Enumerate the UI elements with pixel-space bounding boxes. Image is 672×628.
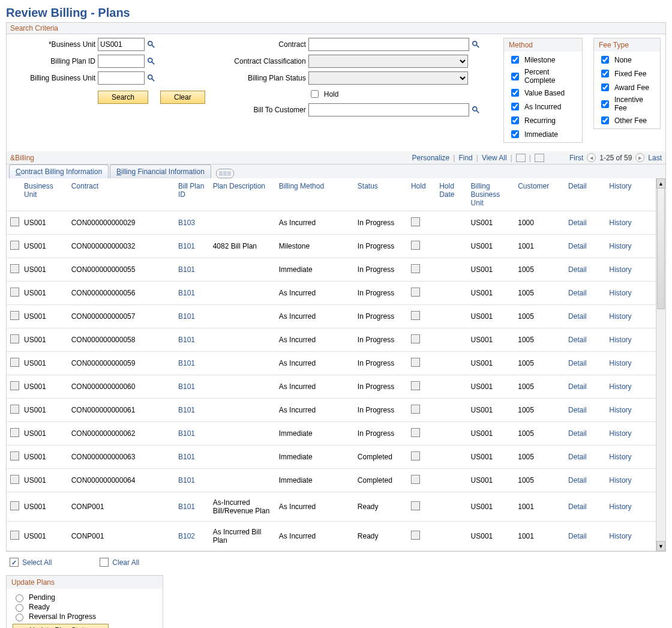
feetype-checkbox-0[interactable] bbox=[601, 56, 609, 64]
detail-link[interactable]: Detail bbox=[568, 382, 587, 391]
row-hold-checkbox[interactable] bbox=[411, 358, 420, 367]
feetype-checkbox-3[interactable] bbox=[601, 100, 609, 108]
download-icon[interactable] bbox=[535, 154, 544, 162]
method-checkbox-5[interactable] bbox=[511, 130, 519, 138]
column-header[interactable]: Billing Business Unit bbox=[467, 178, 515, 211]
column-header[interactable]: Plan Description bbox=[209, 178, 275, 211]
scroll-down-icon[interactable]: ▼ bbox=[656, 541, 665, 551]
tab-contract-billing-information[interactable]: CContract Billing Informationontract Bil… bbox=[9, 165, 109, 178]
detail-link[interactable]: Detail bbox=[568, 406, 587, 414]
history-link[interactable]: History bbox=[609, 429, 631, 438]
scroll-thumb[interactable] bbox=[657, 188, 665, 309]
row-select-checkbox[interactable] bbox=[10, 531, 19, 540]
history-link[interactable]: History bbox=[609, 532, 631, 540]
history-link[interactable]: History bbox=[609, 289, 631, 297]
feetype-checkbox-2[interactable] bbox=[601, 83, 609, 91]
row-hold-checkbox[interactable] bbox=[411, 405, 420, 414]
bill-plan-id-link[interactable]: B101 bbox=[178, 312, 195, 321]
update-option-radio-2[interactable] bbox=[16, 614, 23, 621]
grid-scrollbar[interactable]: ▲ ▼ bbox=[656, 178, 665, 551]
column-header[interactable]: Hold Date bbox=[436, 178, 467, 211]
lookup-icon[interactable] bbox=[472, 106, 480, 114]
clear-all-link[interactable]: Clear All bbox=[112, 558, 139, 567]
row-select-checkbox[interactable] bbox=[10, 334, 19, 343]
contract-classification-select[interactable] bbox=[308, 55, 468, 68]
bill-plan-id-link[interactable]: B101 bbox=[178, 476, 195, 485]
scroll-up-icon[interactable]: ▲ bbox=[656, 178, 665, 189]
history-link[interactable]: History bbox=[609, 242, 631, 250]
column-header[interactable]: Bill Plan ID bbox=[175, 178, 209, 211]
bill-plan-id-link[interactable]: B101 bbox=[178, 453, 195, 461]
tab-billing-financial-information[interactable]: Billing Financial InformationBilling Fin… bbox=[110, 165, 211, 178]
detail-link[interactable]: Detail bbox=[568, 289, 587, 297]
billing-plan-id-input[interactable] bbox=[98, 55, 145, 68]
clear-button[interactable]: Clear bbox=[160, 91, 205, 104]
method-checkbox-4[interactable] bbox=[511, 116, 519, 124]
bill-plan-id-link[interactable]: B101 bbox=[178, 289, 195, 297]
row-select-checkbox[interactable] bbox=[10, 358, 19, 367]
detail-link[interactable]: Detail bbox=[568, 532, 587, 540]
column-header[interactable]: Contract bbox=[68, 178, 175, 211]
bill-plan-id-link[interactable]: B101 bbox=[178, 503, 195, 511]
zoom-icon[interactable] bbox=[516, 154, 526, 162]
row-select-checkbox[interactable] bbox=[10, 405, 19, 414]
column-header[interactable]: Business Unit bbox=[20, 178, 68, 211]
prev-arrow-icon[interactable]: ◄ bbox=[587, 153, 596, 162]
find-link[interactable]: Find bbox=[458, 154, 472, 162]
detail-link[interactable]: Detail bbox=[568, 242, 587, 250]
row-hold-checkbox[interactable] bbox=[411, 264, 420, 273]
bill-plan-id-link[interactable]: B101 bbox=[178, 429, 195, 438]
history-link[interactable]: History bbox=[609, 359, 631, 367]
row-select-checkbox[interactable] bbox=[10, 311, 19, 320]
row-hold-checkbox[interactable] bbox=[411, 381, 420, 390]
row-select-checkbox[interactable] bbox=[10, 288, 19, 297]
detail-link[interactable]: Detail bbox=[568, 476, 587, 485]
lookup-icon[interactable] bbox=[147, 57, 155, 65]
row-hold-checkbox[interactable] bbox=[411, 501, 420, 510]
select-all-icon[interactable] bbox=[10, 558, 19, 567]
detail-link[interactable]: Detail bbox=[568, 265, 587, 274]
lookup-icon[interactable] bbox=[147, 40, 155, 49]
history-link[interactable]: History bbox=[609, 219, 631, 227]
detail-link[interactable]: Detail bbox=[568, 312, 587, 321]
feetype-checkbox-1[interactable] bbox=[601, 70, 609, 77]
clear-all-icon[interactable] bbox=[100, 558, 109, 567]
column-header[interactable]: History bbox=[605, 178, 656, 211]
detail-link[interactable]: Detail bbox=[568, 359, 587, 367]
row-select-checkbox[interactable] bbox=[10, 451, 19, 460]
row-hold-checkbox[interactable] bbox=[411, 241, 420, 250]
personalize-link[interactable]: Personalize bbox=[412, 154, 450, 162]
detail-link[interactable]: Detail bbox=[568, 429, 587, 438]
select-all-link[interactable]: Select All bbox=[22, 558, 52, 567]
method-checkbox-3[interactable] bbox=[511, 103, 519, 110]
detail-link[interactable]: Detail bbox=[568, 503, 587, 511]
next-arrow-icon[interactable]: ► bbox=[635, 153, 644, 162]
method-checkbox-0[interactable] bbox=[511, 56, 519, 64]
history-link[interactable]: History bbox=[609, 312, 631, 321]
business-unit-input[interactable] bbox=[98, 38, 145, 51]
feetype-checkbox-4[interactable] bbox=[601, 116, 609, 124]
bill-plan-id-link[interactable]: B101 bbox=[178, 359, 195, 367]
update-plan-status-button[interactable]: Update Plan Status bbox=[13, 624, 109, 628]
row-select-checkbox[interactable] bbox=[10, 428, 19, 437]
bill-plan-id-link[interactable]: B101 bbox=[178, 242, 195, 250]
column-header[interactable]: Customer bbox=[514, 178, 565, 211]
row-hold-checkbox[interactable] bbox=[411, 217, 420, 226]
row-hold-checkbox[interactable] bbox=[411, 475, 420, 484]
history-link[interactable]: History bbox=[609, 265, 631, 274]
bill-plan-id-link[interactable]: B101 bbox=[178, 382, 195, 391]
contract-input[interactable] bbox=[308, 38, 469, 51]
bill-plan-id-link[interactable]: B101 bbox=[178, 265, 195, 274]
billing-plan-status-select[interactable] bbox=[308, 71, 468, 85]
update-option-radio-0[interactable] bbox=[16, 594, 23, 602]
bill-plan-id-link[interactable]: B101 bbox=[178, 336, 195, 344]
row-select-checkbox[interactable] bbox=[10, 381, 19, 390]
row-hold-checkbox[interactable] bbox=[411, 288, 420, 297]
row-select-checkbox[interactable] bbox=[10, 241, 19, 250]
bill-to-customer-input[interactable] bbox=[308, 103, 469, 116]
bill-plan-id-link[interactable]: B101 bbox=[178, 406, 195, 414]
history-link[interactable]: History bbox=[609, 503, 631, 511]
lookup-icon[interactable] bbox=[147, 74, 155, 82]
row-select-checkbox[interactable] bbox=[10, 501, 19, 510]
row-select-checkbox[interactable] bbox=[10, 475, 19, 484]
